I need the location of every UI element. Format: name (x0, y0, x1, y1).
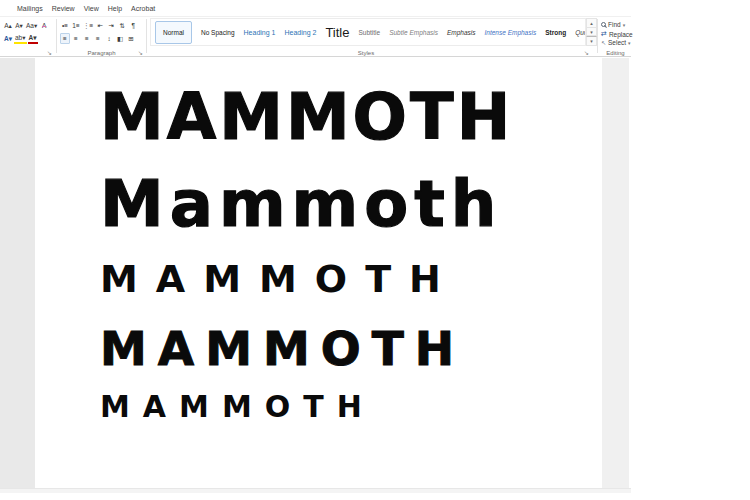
style-title[interactable]: Title (325, 25, 349, 40)
multilevel-list-icon[interactable]: ⋮≡ (82, 20, 94, 31)
align-right-icon[interactable]: ≡ (82, 33, 92, 44)
font-group: A▴ A▾ Aa▾ A A▾ ab▾ A▾ ↘ (1, 17, 55, 57)
window-bottom-edge (0, 488, 631, 493)
gallery-scroll-down-icon[interactable]: ▾ (586, 28, 597, 37)
pilcrow-icon[interactable]: ¶ (128, 20, 138, 31)
paragraph-group: •≡ 1≡ ⋮≡ ⇤ ⇥ ⇅ ¶ ≡ ≡ ≡ ≡ ↕ ◧ ⊞ Para (58, 17, 145, 57)
tab-view[interactable]: View (84, 5, 99, 12)
justify-icon[interactable]: ≡ (93, 33, 103, 44)
text-effects-icon[interactable]: A▾ (3, 33, 13, 44)
document-line-4[interactable]: MAMMOTH (100, 325, 465, 372)
replace-label: Replace (609, 31, 633, 38)
style-normal[interactable]: Normal (155, 21, 192, 44)
change-case-icon[interactable]: Aa▾ (25, 20, 38, 31)
bullets-icon[interactable]: •≡ (60, 20, 70, 31)
clear-formatting-icon[interactable]: A (39, 20, 49, 31)
decrease-indent-icon[interactable]: ⇤ (95, 20, 105, 31)
style-subtitle[interactable]: Subtitle (358, 29, 380, 36)
borders-icon[interactable]: ⊞ (126, 33, 136, 44)
editing-group-label: Editing (600, 50, 631, 56)
select-button[interactable]: ↖ Select ▾ (601, 39, 631, 46)
text-highlight-icon[interactable]: ab▾ (14, 33, 27, 44)
font-color-icon[interactable]: A▾ (28, 33, 38, 44)
replace-icon: ⇄ (601, 30, 607, 38)
tab-review[interactable]: Review (52, 5, 75, 12)
paragraph-group-label: Paragraph (58, 50, 145, 56)
paragraph-dialog-launcher-icon[interactable]: ↘ (138, 50, 143, 56)
select-label: Select (608, 39, 626, 46)
style-emphasis[interactable]: Emphasis (447, 29, 476, 36)
chevron-down-icon: ▾ (628, 40, 631, 46)
ribbon-tab-bar: Mailings Review View Help Acrobat (0, 0, 631, 17)
style-intense-emphasis[interactable]: Intense Emphasis (485, 29, 537, 36)
canvas-right-margin (602, 58, 629, 488)
group-divider (56, 19, 57, 53)
word-window: Mailings Review View Help Acrobat A▴ A▾ … (0, 0, 631, 494)
tab-acrobat[interactable]: Acrobat (131, 5, 155, 12)
style-quote[interactable]: Quote (575, 29, 586, 36)
styles-group: Normal No Spacing Heading 1 Heading 2 Ti… (148, 17, 597, 57)
document-line-3[interactable]: MAMMOTH (100, 260, 459, 298)
style-heading-1[interactable]: Heading 1 (244, 29, 276, 36)
style-subtle-emphasis[interactable]: Subtle Emphasis (389, 29, 438, 36)
gallery-more-icon[interactable]: ▾ (586, 36, 597, 46)
styles-gallery: Normal No Spacing Heading 1 Heading 2 Ti… (150, 18, 586, 46)
increase-indent-icon[interactable]: ⇥ (106, 20, 116, 31)
align-center-icon[interactable]: ≡ (71, 33, 81, 44)
shrink-font-icon[interactable]: A▾ (14, 20, 24, 31)
tab-help[interactable]: Help (108, 5, 122, 12)
replace-button[interactable]: ⇄ Replace (601, 30, 633, 38)
numbering-icon[interactable]: 1≡ (71, 20, 81, 31)
styles-dialog-launcher-icon[interactable]: ↘ (584, 50, 589, 56)
document-area: MAMMOTH Mammoth MAMMOTH MAMMOTH MAMMOTH (0, 58, 631, 488)
style-no-spacing[interactable]: No Spacing (201, 29, 235, 36)
tab-mailings[interactable]: Mailings (17, 5, 43, 12)
styles-group-label: Styles (148, 50, 584, 56)
line-spacing-icon[interactable]: ↕ (104, 33, 114, 44)
gallery-scroll-controls: ▴ ▾ ▾ (586, 18, 597, 46)
ribbon: A▴ A▾ Aa▾ A A▾ ab▾ A▾ ↘ •≡ 1≡ ⋮≡ (0, 17, 631, 57)
chevron-down-icon: ▾ (623, 22, 626, 28)
document-line-1[interactable]: MAMMOTH (100, 85, 513, 149)
find-button[interactable]: Find ▾ (601, 21, 625, 28)
screenshot-root: Mailings Review View Help Acrobat A▴ A▾ … (0, 0, 750, 500)
document-line-5[interactable]: MAMMOTH (100, 392, 375, 422)
font-dialog-launcher-icon[interactable]: ↘ (47, 50, 52, 56)
find-label: Find (608, 21, 621, 28)
style-strong[interactable]: Strong (545, 29, 566, 36)
document-page[interactable]: MAMMOTH Mammoth MAMMOTH MAMMOTH MAMMOTH (35, 58, 602, 488)
sort-icon[interactable]: ⇅ (117, 20, 127, 31)
search-icon (601, 22, 606, 27)
gallery-scroll-up-icon[interactable]: ▴ (586, 18, 597, 28)
style-heading-2[interactable]: Heading 2 (284, 29, 316, 36)
grow-font-icon[interactable]: A▴ (3, 20, 13, 31)
document-line-2[interactable]: Mammoth (100, 172, 502, 236)
shading-icon[interactable]: ◧ (115, 33, 125, 44)
align-left-icon[interactable]: ≡ (60, 33, 70, 44)
select-cursor-icon: ↖ (601, 39, 606, 46)
group-divider (597, 19, 598, 53)
canvas-left-margin (0, 58, 35, 488)
editing-group: Find ▾ ⇄ Replace ↖ Select ▾ Editing (600, 17, 631, 57)
group-divider (146, 19, 147, 53)
